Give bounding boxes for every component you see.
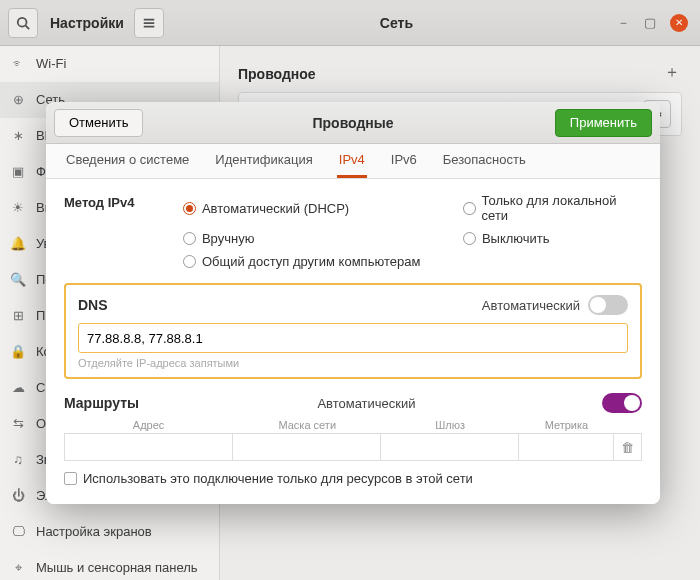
routes-col-mask: Маска сети <box>233 419 381 433</box>
method-label: Метод IPv4 <box>64 193 163 210</box>
radio-dot-icon <box>183 255 196 268</box>
route-metric-input[interactable] <box>519 433 614 461</box>
route-mask-input[interactable] <box>233 433 381 461</box>
route-gateway-input[interactable] <box>381 433 519 461</box>
radio-dot-icon <box>463 232 476 245</box>
routes-section: Маршруты Автоматический Адрес Маска сети… <box>64 393 642 486</box>
dns-auto-label: Автоматический <box>482 298 580 313</box>
radio-local[interactable]: Только для локальной сети <box>463 193 642 223</box>
modal-title: Проводные <box>312 115 393 131</box>
only-local-checkbox[interactable] <box>64 472 77 485</box>
radio-off[interactable]: Выключить <box>463 231 642 246</box>
route-address-input[interactable] <box>64 433 233 461</box>
modal-header: Отменить Проводные Применить <box>46 102 660 144</box>
dns-title: DNS <box>78 297 108 313</box>
tabs: Сведения о системе Идентификация IPv4 IP… <box>46 144 660 179</box>
routes-auto-toggle[interactable] <box>602 393 642 413</box>
routes-col-address: Адрес <box>64 419 233 433</box>
apply-button[interactable]: Применить <box>555 109 652 137</box>
tab-ipv4[interactable]: IPv4 <box>337 152 367 178</box>
tab-security[interactable]: Безопасность <box>441 152 528 178</box>
routes-title: Маршруты <box>64 395 139 411</box>
routes-auto-label: Автоматический <box>317 396 415 411</box>
only-local-label: Использовать это подключение только для … <box>83 471 473 486</box>
routes-col-metric: Метрика <box>519 419 614 433</box>
tab-ipv6[interactable]: IPv6 <box>389 152 419 178</box>
radio-dot-icon <box>183 202 196 215</box>
radio-manual[interactable]: Вручную <box>183 231 443 246</box>
dns-input[interactable] <box>78 323 628 353</box>
radio-shared[interactable]: Общий доступ другим компьютерам <box>183 254 642 269</box>
modal-body: Метод IPv4 Автоматический (DHCP) Только … <box>46 179 660 504</box>
wired-settings-modal: Отменить Проводные Применить Сведения о … <box>46 102 660 504</box>
dns-section: DNS Автоматический Отделяйте IP-адреса з… <box>64 283 642 379</box>
trash-icon: 🗑 <box>621 440 634 455</box>
dns-hint: Отделяйте IP-адреса запятыми <box>78 357 628 369</box>
tab-details[interactable]: Сведения о системе <box>64 152 191 178</box>
cancel-button[interactable]: Отменить <box>54 109 143 137</box>
radio-dot-icon <box>463 202 476 215</box>
radio-auto[interactable]: Автоматический (DHCP) <box>183 193 443 223</box>
routes-col-gateway: Шлюз <box>381 419 519 433</box>
tab-identity[interactable]: Идентификация <box>213 152 314 178</box>
radio-dot-icon <box>183 232 196 245</box>
route-delete-button[interactable]: 🗑 <box>614 433 642 461</box>
dns-auto-toggle[interactable] <box>588 295 628 315</box>
